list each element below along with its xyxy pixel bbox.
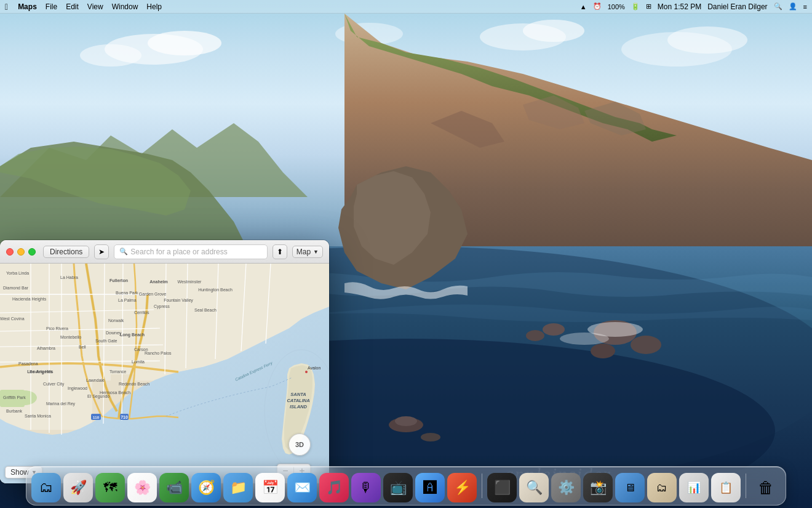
svg-text:Montebello: Montebello <box>60 335 81 339</box>
svg-point-98 <box>305 371 308 373</box>
dock-item-photos[interactable]: 🌸 <box>127 473 157 502</box>
svg-text:Yorba Linda: Yorba Linda <box>6 271 29 275</box>
svg-text:Redondo Beach: Redondo Beach <box>119 382 149 386</box>
svg-text:Alhambra: Alhambra <box>37 346 55 350</box>
dock-item-finder[interactable]: 🗂 <box>31 473 61 502</box>
svg-text:Inglewood: Inglewood <box>68 386 87 391</box>
svg-text:South Gate: South Gate <box>95 339 117 343</box>
apple-menu[interactable]:  <box>5 2 8 12</box>
search-bar[interactable]: 🔍 Search for a place or address <box>114 244 267 259</box>
notification-center-icon[interactable]: ≡ <box>803 3 807 10</box>
maximize-button[interactable] <box>28 248 36 256</box>
traffic-lights <box>6 248 36 256</box>
map-svg: Fountain Valley Huntington Beach Anaheim… <box>0 264 329 483</box>
dock-item-preview[interactable]: 🔍 <box>519 473 549 502</box>
svg-text:El Segundo: El Segundo <box>87 394 109 399</box>
3d-button[interactable]: 3D <box>289 433 311 456</box>
svg-text:Pasadena: Pasadena <box>18 361 38 366</box>
map-type-selector[interactable]: Map ▼ <box>292 246 323 258</box>
maps-window: Directions ➤ 🔍 Search for a place or add… <box>0 240 329 483</box>
svg-text:710: 710 <box>121 415 128 419</box>
svg-point-3 <box>80 44 141 67</box>
svg-point-7 <box>667 26 747 54</box>
3d-label: 3D <box>295 441 304 448</box>
menubar:  Maps File Edit View Window Help ▲ ⏰ 10… <box>0 0 812 14</box>
svg-point-5 <box>523 20 584 42</box>
dock-item-safari[interactable]: 🧭 <box>191 473 221 502</box>
share-button[interactable]: ⬆ <box>273 244 287 259</box>
dock-item-terminal[interactable]: ⬛ <box>487 473 517 502</box>
dock-item-mail[interactable]: ✉️ <box>287 473 317 502</box>
directions-button[interactable]: Directions <box>43 246 89 258</box>
dock-item-podcasts[interactable]: 🎙 <box>351 473 381 502</box>
svg-text:Beverly Hills: Beverly Hills <box>30 369 54 374</box>
svg-text:Griffith Park: Griffith Park <box>3 395 26 400</box>
dock-item-tv[interactable]: 📺 <box>383 473 413 502</box>
svg-text:Santa Monica: Santa Monica <box>25 414 51 418</box>
timemachine-icon: ⏰ <box>593 2 602 10</box>
svg-text:Culver City: Culver City <box>43 382 65 387</box>
svg-point-24 <box>591 344 615 358</box>
svg-point-2 <box>148 31 221 55</box>
svg-text:Marina del Rey: Marina del Rey <box>46 401 76 406</box>
dock-item-trash[interactable]: 🗑 <box>751 473 781 502</box>
svg-text:110: 110 <box>93 416 100 419</box>
svg-text:Huntington Beach: Huntington Beach <box>198 288 233 292</box>
svg-point-23 <box>631 336 661 354</box>
app-name[interactable]: Maps <box>18 2 37 11</box>
dock-item-facetime[interactable]: 📹 <box>159 473 189 502</box>
svg-point-25 <box>543 323 565 336</box>
dock-item-appstore[interactable]: 🅰 <box>415 473 445 502</box>
svg-text:West Covina: West Covina <box>0 316 25 321</box>
dock-item-launchpad[interactable]: 🚀 <box>63 473 93 502</box>
menu-file[interactable]: File <box>46 2 57 11</box>
battery-icon: 🔋 <box>631 2 640 10</box>
svg-text:Downey: Downey <box>106 331 122 336</box>
map-area[interactable]: Fountain Valley Huntington Beach Anaheim… <box>0 264 329 483</box>
minimize-button[interactable] <box>17 248 25 256</box>
svg-point-30 <box>395 416 417 426</box>
svg-text:Lomita: Lomita <box>132 360 145 364</box>
dock-item-calendar[interactable]: 📅 <box>255 473 285 502</box>
menubar-username[interactable]: Daniel Eran Dilger <box>707 2 767 11</box>
svg-text:Long Beach: Long Beach <box>120 333 145 337</box>
svg-text:Seal Beach: Seal Beach <box>194 308 217 312</box>
dock-separator <box>482 474 482 498</box>
svg-text:Diamond Bar: Diamond Bar <box>3 286 29 290</box>
svg-text:Burbank: Burbank <box>6 409 23 413</box>
svg-text:Avalon: Avalon <box>308 366 320 370</box>
svg-point-28 <box>560 333 609 345</box>
svg-text:Anaheim: Anaheim <box>149 280 168 284</box>
search-icon: 🔍 <box>119 248 128 256</box>
svg-text:SANTA: SANTA <box>290 392 306 397</box>
svg-text:Rancho Palos: Rancho Palos <box>145 351 172 355</box>
menu-view[interactable]: View <box>87 2 103 11</box>
dock-item-music[interactable]: 🎵 <box>319 473 349 502</box>
svg-text:Norwalk: Norwalk <box>108 318 124 323</box>
user-icon[interactable]: 👤 <box>789 2 797 10</box>
svg-text:CATALINA: CATALINA <box>287 398 309 403</box>
svg-text:Torrance: Torrance <box>109 369 126 374</box>
dock-item-misc3[interactable]: 📊 <box>679 473 709 502</box>
dock-item-screenshot[interactable]: 📸 <box>583 473 613 502</box>
share-icon: ⬆ <box>277 248 283 256</box>
dock-separator-2 <box>746 474 746 498</box>
svg-text:Buena Park: Buena Park <box>116 291 138 295</box>
dock-item-misc4[interactable]: 📋 <box>711 473 741 502</box>
close-button[interactable] <box>6 248 14 256</box>
dock-item-files[interactable]: 📁 <box>223 473 253 502</box>
menu-window[interactable]: Window <box>112 2 138 11</box>
search-menubar-icon[interactable]: 🔍 <box>774 2 782 10</box>
location-button[interactable]: ➤ <box>94 244 109 259</box>
dock-item-misc1[interactable]: 🖥 <box>615 473 645 502</box>
dock-item-misc2[interactable]: 🗂 <box>647 473 677 502</box>
control-center-icon[interactable]: ⊞ <box>646 2 651 10</box>
dock-item-shortcuts[interactable]: ⚡ <box>447 473 477 502</box>
menu-edit[interactable]: Edit <box>66 2 79 11</box>
menu-help[interactable]: Help <box>146 2 162 11</box>
directions-label: Directions <box>50 248 82 256</box>
dock-item-maps[interactable]: 🗺 <box>95 473 125 502</box>
dock-item-sysprefs[interactable]: ⚙️ <box>551 473 581 502</box>
svg-text:Bell: Bell <box>79 345 86 349</box>
dock: 🗂 🚀 🗺 🌸 📹 🧭 📁 📅 ✉️ 🎵 🎙 📺 🅰 <box>26 466 786 506</box>
